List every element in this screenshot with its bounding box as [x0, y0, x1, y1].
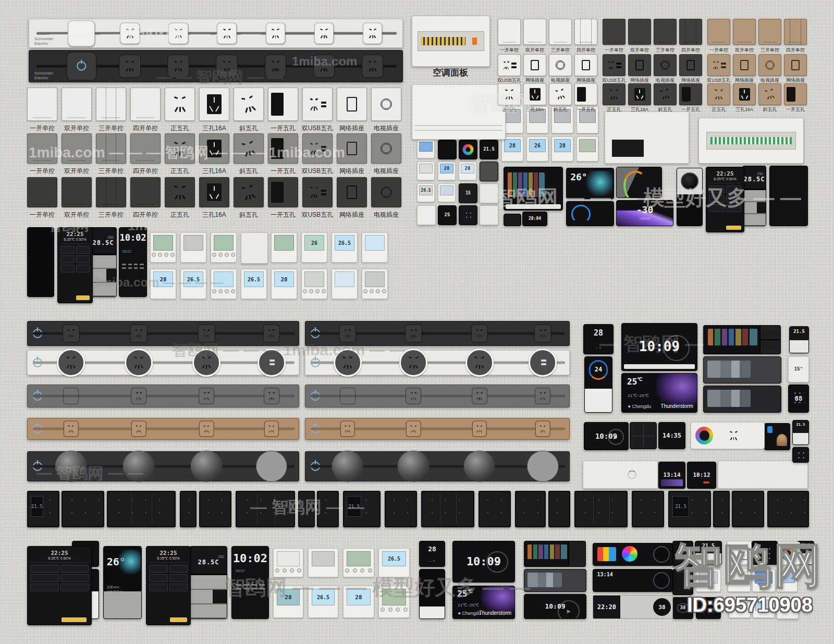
clock-panel-2220: 22:2038	[593, 595, 673, 619]
plate-电视插座	[654, 54, 677, 76]
knx-switch-panel	[317, 491, 339, 527]
item-label: 电视插座	[367, 124, 406, 133]
five-hole-socket-icon	[607, 60, 615, 70]
lcd-screen	[419, 142, 433, 152]
plate-一开五孔	[268, 177, 298, 207]
lcd-screen: 26.5	[419, 185, 433, 195]
brand-label: Schneider Electric	[34, 71, 53, 80]
item-label: 斜五孔	[229, 124, 268, 133]
item-label: 四开单控	[126, 167, 165, 176]
thermostat-285: 25028.5C	[190, 546, 227, 619]
lcd-screen: 28	[277, 589, 300, 605]
tv-port-icon	[381, 98, 393, 110]
plate-网络插座	[523, 54, 546, 76]
knob-row	[302, 289, 327, 293]
five-hole-socket-icon	[199, 355, 214, 370]
socket-track-black	[305, 321, 570, 346]
five-hole-socket-icon	[410, 425, 418, 434]
usb-ports-icon	[511, 63, 517, 68]
network-port-icon	[347, 185, 358, 199]
usb-ports-icon	[616, 63, 621, 68]
network-port-icon	[582, 60, 591, 70]
thermostat: 26.5	[378, 548, 410, 577]
panel	[727, 541, 752, 565]
five-hole-socket-icon	[131, 355, 146, 370]
item-label: 斜五孔	[229, 210, 268, 219]
lcd-screen: 26.5	[731, 600, 748, 611]
item-label: 网络插座	[676, 77, 705, 84]
switch-socket-icon	[271, 93, 284, 116]
lcd-screen: 26	[304, 235, 324, 251]
five-hole-socket-icon	[202, 328, 211, 338]
clock-screen-1009: 10:09	[524, 594, 586, 619]
lcd-screen	[214, 271, 234, 287]
track-socket	[123, 451, 154, 482]
plate-一开五孔	[268, 88, 298, 121]
plate-双开单控	[523, 19, 546, 45]
lcd-screen	[730, 572, 748, 584]
lcd-screen	[214, 235, 234, 251]
item-label: 电视插座	[651, 77, 680, 84]
five-hole-socket-icon	[202, 391, 211, 401]
five-hole-socket-icon	[538, 328, 548, 338]
socket-track-gray	[305, 385, 570, 407]
five-hole-socket-icon	[125, 28, 136, 40]
plate-电视插座	[371, 133, 401, 164]
knx-switch-panel	[199, 491, 231, 527]
plate-三孔16A	[523, 83, 546, 105]
item-label: 网络插座	[730, 77, 759, 84]
knob-row	[362, 289, 387, 293]
thermostat: 28	[551, 137, 573, 162]
lcd-screen	[382, 589, 406, 605]
lcd-screen	[440, 185, 453, 195]
tile-dashboard-panel	[524, 541, 586, 567]
tv-port-icon	[660, 60, 670, 70]
plate-一开五孔	[784, 83, 807, 105]
item-label: 三开单控	[92, 124, 130, 133]
panel	[480, 205, 498, 225]
usb-ports-icon	[321, 190, 326, 195]
distribution-box	[412, 84, 506, 140]
panel	[583, 461, 658, 489]
lcd-screen	[579, 139, 596, 152]
item-label: 一开五孔	[676, 106, 705, 113]
thermostat-28: 28	[419, 541, 445, 567]
clock-panel-1314: 13:14	[658, 462, 685, 489]
plate-斜五孔	[549, 83, 572, 105]
item-label: 网络插座	[571, 77, 600, 84]
panel: 21.5	[480, 140, 498, 159]
plate-电视插座	[371, 88, 401, 121]
five-hole-socket-icon	[135, 425, 143, 434]
track-socket	[257, 349, 286, 377]
plate-电视插座	[549, 54, 572, 76]
item-label: 三开单控	[651, 47, 680, 54]
plate-双USB五孔	[498, 54, 521, 76]
lcd-screen	[304, 271, 324, 287]
plate-三开单控	[758, 19, 781, 45]
lcd-screen: 28	[554, 139, 571, 152]
thermostat	[332, 269, 358, 299]
plate-正五孔	[603, 83, 626, 105]
item-label: 三孔16A	[195, 210, 234, 219]
track-socket	[339, 324, 356, 342]
tile-dashboard-panel	[703, 325, 781, 354]
network-port-icon	[347, 97, 358, 112]
switch-socket-icon	[682, 87, 691, 102]
track-socket	[332, 451, 363, 482]
track-socket	[168, 54, 190, 78]
five-hole-socket-icon	[269, 59, 281, 72]
panel: 88	[788, 385, 809, 413]
item-label: 双USB五孔	[599, 77, 629, 84]
item-label: 正五孔	[704, 106, 733, 113]
plate-一开单控	[27, 88, 57, 121]
track-socket	[57, 349, 85, 377]
plate-四开单控	[679, 19, 702, 45]
rgb-light-panel	[593, 543, 673, 566]
five-hole-socket-icon	[475, 391, 484, 401]
track-socket	[131, 421, 146, 437]
plate-网络插座	[679, 54, 702, 76]
plate-电视插座	[758, 54, 781, 76]
scene-control-panel: 22:258:25℃ 0:50%	[146, 546, 191, 625]
panel	[672, 541, 693, 567]
item-label: 正五孔	[161, 124, 199, 133]
